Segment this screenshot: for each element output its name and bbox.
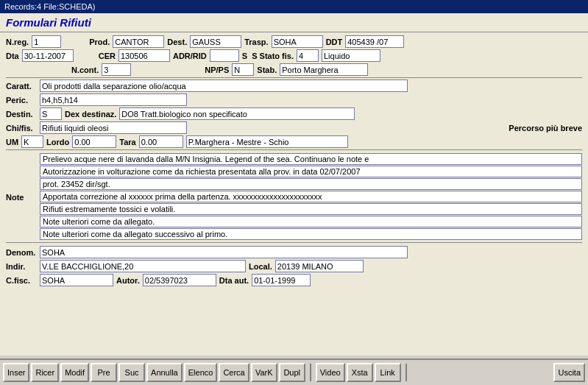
row-chifis: Chi/fis. Rifiuti liquidi oleosi Percorso… bbox=[6, 121, 582, 134]
dex-field[interactable]: DO8 Tratt.biologico non specificato bbox=[119, 107, 355, 120]
stato-fis-text-field[interactable]: Liquido bbox=[322, 49, 380, 62]
stato-fis-s-label: S bbox=[242, 52, 247, 60]
stab-label: Stab. bbox=[257, 66, 277, 74]
btn-inser[interactable]: Inser bbox=[3, 363, 29, 382]
trasp-field[interactable]: SOHA bbox=[272, 35, 323, 48]
tara-label: Tara bbox=[119, 138, 135, 146]
dta-aut-label: Dta aut. bbox=[219, 276, 249, 285]
title-bar-text: Records:4 File:SCHEDA) bbox=[4, 2, 95, 11]
cfisc-field[interactable]: SOHA bbox=[40, 274, 113, 286]
note-row-6: Note ulteriori come da allegato. bbox=[40, 216, 582, 227]
btn-vark[interactable]: VarK bbox=[251, 363, 277, 382]
cfisc-label: C.fisc. bbox=[6, 276, 37, 285]
um-label: UM bbox=[6, 138, 18, 146]
cer-field[interactable]: 130506 bbox=[118, 49, 170, 62]
btn-pre[interactable]: Pre bbox=[91, 363, 117, 382]
notes-label: Note bbox=[6, 193, 37, 202]
npps-label: NP/PS bbox=[205, 66, 229, 74]
row-destin: Destin. S Dex destinaz. DO8 Tratt.biolog… bbox=[6, 107, 582, 120]
destin-label: Destin. bbox=[6, 110, 37, 119]
prod-label: Prod. bbox=[89, 38, 110, 46]
row-nreg: N.reg. 1 Prod. CANTOR Dest. GAUSS Trasp.… bbox=[6, 35, 582, 48]
btn-dupl[interactable]: Dupl bbox=[279, 363, 305, 382]
row-denom: Denom. SOHA bbox=[6, 246, 582, 258]
notes-section: Note Prelievo acque nere di lavanda dall… bbox=[6, 153, 582, 241]
local-field[interactable]: 20139 MILANO bbox=[275, 260, 364, 272]
dta-label: Dta bbox=[6, 52, 19, 60]
ncont-label: N.cont. bbox=[71, 66, 99, 74]
row-um: UM K Lordo 0.00 Tara 0.00 P.Marghera - M… bbox=[6, 135, 582, 148]
nreg-field[interactable]: 1 bbox=[32, 35, 61, 48]
tara-field[interactable]: 0.00 bbox=[139, 135, 183, 148]
note-row-2: Autorizzazione in volturazione come da r… bbox=[40, 166, 582, 177]
npps-field[interactable]: N bbox=[232, 63, 254, 76]
percorso-label: Percorso più breve bbox=[509, 124, 582, 133]
dta-aut-field[interactable]: 01-01-1999 bbox=[252, 274, 311, 286]
main-content: N.reg. 1 Prod. CANTOR Dest. GAUSS Trasp.… bbox=[0, 32, 588, 356]
title-bar: Records:4 File:SCHEDA) bbox=[0, 0, 588, 13]
cer-label: CER bbox=[99, 52, 116, 60]
note-row-4: Apportata correzione al xxxxxx prima del… bbox=[40, 191, 582, 202]
row-dta: Dta 30-11-2007 CER 130506 ADR/RID S S St… bbox=[6, 49, 582, 62]
dest-field[interactable]: GAUSS bbox=[190, 35, 241, 48]
btn-ricer[interactable]: Ricer bbox=[31, 363, 59, 382]
toolbar-divider-2 bbox=[405, 364, 407, 381]
note-row-3: prot. 23452 dir/sgt. bbox=[40, 178, 582, 190]
adrrid-label: ADR/RID bbox=[173, 52, 207, 60]
btn-video[interactable]: Video bbox=[316, 363, 345, 382]
btn-uscita[interactable]: Uscita bbox=[553, 363, 585, 382]
note-row-5: Rifiuti estremamente tossici e volatili. bbox=[40, 203, 582, 215]
lordo-field[interactable]: 0.00 bbox=[72, 135, 116, 148]
chifis-field[interactable]: Rifiuti liquidi oleosi bbox=[40, 121, 187, 134]
peric-label: Peric. bbox=[6, 96, 37, 105]
indir-label: Indir. bbox=[6, 262, 37, 271]
btn-suc[interactable]: Suc bbox=[118, 363, 145, 382]
dta-field[interactable]: 30-11-2007 bbox=[22, 49, 74, 62]
route-field[interactable]: P.Marghera - Mestre - Schio bbox=[186, 135, 348, 148]
toolbar-divider-1 bbox=[310, 364, 311, 381]
notes-container: Prelievo acque nere di lavanda dalla M/N… bbox=[40, 153, 582, 241]
prod-field[interactable]: CANTOR bbox=[113, 35, 164, 48]
destin-s-field[interactable]: S bbox=[40, 107, 62, 120]
row-indir: Indir. V.LE BACCHIGLIONE,20 Local. 20139… bbox=[6, 260, 582, 272]
btn-annulla[interactable]: Annulla bbox=[146, 363, 183, 382]
indir-field[interactable]: V.LE BACCHIGLIONE,20 bbox=[40, 260, 246, 272]
local-label: Local. bbox=[249, 262, 272, 271]
notes-header-row: Note Prelievo acque nere di lavanda dall… bbox=[6, 153, 582, 241]
note-row-7: Note ulteriori come da allegato successi… bbox=[40, 228, 582, 240]
dest-label: Dest. bbox=[167, 38, 187, 46]
btn-xsta[interactable]: Xsta bbox=[347, 363, 373, 382]
row-ncont: N.cont. 3 NP/PS N Stab. Porto Marghera bbox=[6, 63, 582, 76]
denom-label: Denom. bbox=[6, 248, 37, 257]
ddt-field[interactable]: 405439 /07 bbox=[345, 35, 404, 48]
btn-cerca[interactable]: Cerca bbox=[219, 363, 249, 382]
note-row-1: Prelievo acque nere di lavanda dalla M/N… bbox=[40, 153, 582, 165]
chifis-label: Chi/fis. bbox=[6, 124, 37, 133]
dex-label: Dex destinaz. bbox=[65, 110, 116, 119]
caratt-label: Caratt. bbox=[6, 82, 37, 91]
peric-field[interactable]: h4,h5,h14 bbox=[40, 93, 187, 106]
btn-link[interactable]: Link bbox=[375, 363, 401, 382]
row-peric: Peric. h4,h5,h14 bbox=[6, 93, 582, 106]
denom-field[interactable]: SOHA bbox=[40, 246, 408, 258]
btn-elenco[interactable]: Elenco bbox=[184, 363, 218, 382]
btn-modif[interactable]: Modif bbox=[60, 363, 89, 382]
app-header: Formulari Rifiuti bbox=[0, 13, 588, 32]
stato-fis-label: S Stato fis. bbox=[252, 52, 294, 60]
bottom-fields: Denom. SOHA Indir. V.LE BACCHIGLIONE,20 … bbox=[6, 246, 582, 286]
row-caratt: Caratt. Oli prodotti dalla separazione o… bbox=[6, 80, 582, 92]
adrrid-field[interactable] bbox=[210, 49, 239, 62]
autor-field[interactable]: 02/5397023 bbox=[143, 274, 216, 286]
autor-label: Autor. bbox=[116, 276, 140, 285]
app-title: Formulari Rifiuti bbox=[6, 16, 91, 29]
ncont-field[interactable]: 3 bbox=[102, 63, 131, 76]
ddt-label: DDT bbox=[326, 38, 343, 46]
row-cfisc: C.fisc. SOHA Autor. 02/5397023 Dta aut. … bbox=[6, 274, 582, 286]
stab-field[interactable]: Porto Marghera bbox=[280, 63, 368, 76]
lordo-label: Lordo bbox=[46, 138, 69, 146]
nreg-label: N.reg. bbox=[6, 38, 29, 46]
trasp-label: Trasp. bbox=[244, 38, 268, 46]
stato-fis-num-field[interactable]: 4 bbox=[297, 49, 319, 62]
caratt-field[interactable]: Oli prodotti dalla separazione olio/acqu… bbox=[40, 80, 408, 92]
um-field[interactable]: K bbox=[21, 135, 43, 148]
